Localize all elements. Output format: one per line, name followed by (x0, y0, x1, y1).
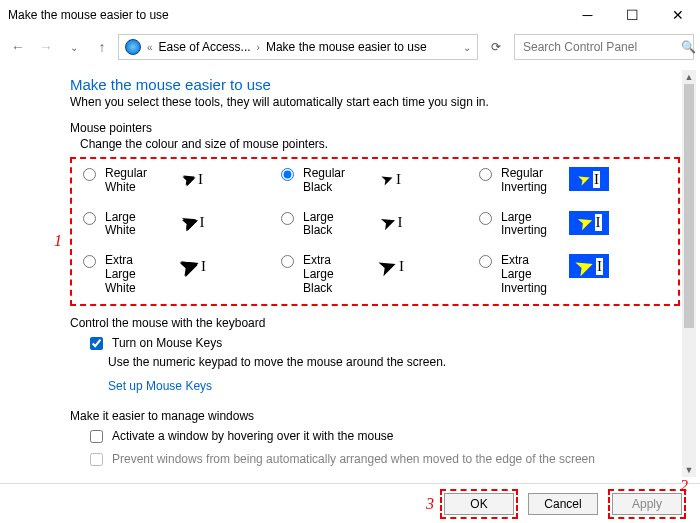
checkbox-mouse-keys[interactable] (90, 337, 103, 350)
up-icon[interactable]: ↑ (90, 35, 114, 59)
option-extra-large-white[interactable]: Extra Large White ➤I (78, 254, 276, 295)
ok-button[interactable]: OK (444, 493, 514, 515)
option-extra-large-black[interactable]: Extra Large Black ➤I (276, 254, 474, 295)
pointers-group-highlight: Regular White ➤I Regular Black ➤I Regula… (70, 157, 680, 306)
label-regular-inverting: Regular Inverting (501, 167, 563, 195)
preview-extra-large-inverting: ➤I (569, 254, 609, 278)
maximize-button[interactable]: ☐ (610, 0, 655, 30)
scroll-thumb[interactable] (684, 84, 694, 328)
radio-large-inverting[interactable] (479, 212, 492, 225)
option-extra-large-inverting[interactable]: Extra Large Inverting ➤I (474, 254, 672, 295)
search-box[interactable]: 🔍 (514, 34, 694, 60)
link-setup-mouse-keys[interactable]: Set up Mouse Keys (108, 379, 212, 393)
annotation-2: 2 (680, 477, 688, 495)
label-extra-large-black: Extra Large Black (303, 254, 365, 295)
section-manage-windows: Make it easier to manage windows (70, 409, 680, 423)
label-large-inverting: Large Inverting (501, 211, 563, 239)
option-regular-white[interactable]: Regular White ➤I (78, 167, 276, 195)
preview-regular-white: ➤I (173, 167, 213, 191)
chevron-right-icon: › (257, 42, 260, 53)
option-large-white[interactable]: Large White ➤I (78, 211, 276, 239)
annotation-1: 1 (54, 232, 62, 250)
navbar: ← → ⌄ ↑ « Ease of Access... › Make the m… (0, 30, 700, 64)
preview-extra-large-white: ➤I (173, 254, 213, 278)
breadcrumb-ease-of-access[interactable]: Ease of Access... (159, 40, 251, 54)
scroll-down-icon[interactable]: ▼ (682, 463, 696, 477)
refresh-icon[interactable]: ⟳ (482, 34, 510, 60)
checkbox-hover-activate[interactable] (90, 430, 103, 443)
label-large-black: Large Black (303, 211, 365, 239)
address-dropdown-icon[interactable]: ⌄ (463, 42, 471, 53)
label-extra-large-white: Extra Large White (105, 254, 167, 295)
window-title: Make the mouse easier to use (8, 8, 565, 22)
page-subtitle: When you select these tools, they will a… (70, 95, 680, 109)
close-button[interactable]: ✕ (655, 0, 700, 30)
apply-button-highlight: Apply (608, 489, 686, 519)
radio-regular-black[interactable] (281, 168, 294, 181)
preview-regular-black: ➤I (371, 167, 411, 191)
radio-extra-large-inverting[interactable] (479, 255, 492, 268)
search-input[interactable] (521, 39, 675, 55)
cancel-button[interactable]: Cancel (528, 493, 598, 515)
recent-chevron-icon[interactable]: ⌄ (62, 35, 86, 59)
label-extra-large-inverting: Extra Large Inverting (501, 254, 563, 295)
checkbox-prevent-arrange[interactable] (90, 453, 103, 466)
radio-large-black[interactable] (281, 212, 294, 225)
preview-large-inverting: ➤I (569, 211, 609, 235)
radio-regular-inverting[interactable] (479, 168, 492, 181)
checkbox-prevent-arrange-row[interactable]: Prevent windows from being automatically… (86, 450, 680, 469)
option-large-inverting[interactable]: Large Inverting ➤I (474, 211, 672, 239)
mouse-keys-desc: Use the numeric keypad to move the mouse… (108, 355, 680, 369)
control-panel-icon (125, 39, 141, 55)
breadcrumb-root: « (147, 42, 153, 53)
radio-regular-white[interactable] (83, 168, 96, 181)
back-icon[interactable]: ← (6, 35, 30, 59)
checkbox-mouse-keys-row[interactable]: Turn on Mouse Keys (86, 334, 680, 353)
search-icon[interactable]: 🔍 (681, 40, 696, 54)
ok-button-highlight: OK (440, 489, 518, 519)
preview-extra-large-black: ➤I (371, 254, 411, 278)
radio-extra-large-white[interactable] (83, 255, 96, 268)
label-regular-white: Regular White (105, 167, 167, 195)
label-prevent-arrange: Prevent windows from being automatically… (112, 452, 595, 466)
checkbox-hover-activate-row[interactable]: Activate a window by hovering over it wi… (86, 427, 680, 446)
radio-extra-large-black[interactable] (281, 255, 294, 268)
page-title: Make the mouse easier to use (70, 76, 680, 93)
minimize-button[interactable]: ─ (565, 0, 610, 30)
option-regular-inverting[interactable]: Regular Inverting ➤I (474, 167, 672, 195)
label-mouse-keys: Turn on Mouse Keys (112, 336, 222, 350)
label-hover-activate: Activate a window by hovering over it wi… (112, 429, 393, 443)
address-bar[interactable]: « Ease of Access... › Make the mouse eas… (118, 34, 478, 60)
pointers-grid: Regular White ➤I Regular Black ➤I Regula… (78, 167, 672, 296)
label-regular-black: Regular Black (303, 167, 365, 195)
content-area: Make the mouse easier to use When you se… (70, 70, 680, 473)
titlebar: Make the mouse easier to use ─ ☐ ✕ (0, 0, 700, 30)
preview-regular-inverting: ➤I (569, 167, 609, 191)
section-mouse-pointers: Mouse pointers (70, 121, 680, 135)
section-keyboard-mouse: Control the mouse with the keyboard (70, 316, 680, 330)
label-large-white: Large White (105, 211, 167, 239)
apply-button[interactable]: Apply (612, 493, 682, 515)
preview-large-black: ➤I (371, 211, 411, 235)
dialog-footer: 3 OK Cancel Apply 2 (0, 483, 700, 523)
preview-large-white: ➤I (173, 211, 213, 235)
pointers-instruction: Change the colour and size of mouse poin… (80, 137, 680, 151)
breadcrumb-current[interactable]: Make the mouse easier to use (266, 40, 427, 54)
annotation-3: 3 (426, 495, 434, 513)
radio-large-white[interactable] (83, 212, 96, 225)
option-large-black[interactable]: Large Black ➤I (276, 211, 474, 239)
option-regular-black[interactable]: Regular Black ➤I (276, 167, 474, 195)
forward-icon[interactable]: → (34, 35, 58, 59)
vertical-scrollbar[interactable]: ▲ ▼ (682, 70, 696, 477)
scroll-up-icon[interactable]: ▲ (682, 70, 696, 84)
